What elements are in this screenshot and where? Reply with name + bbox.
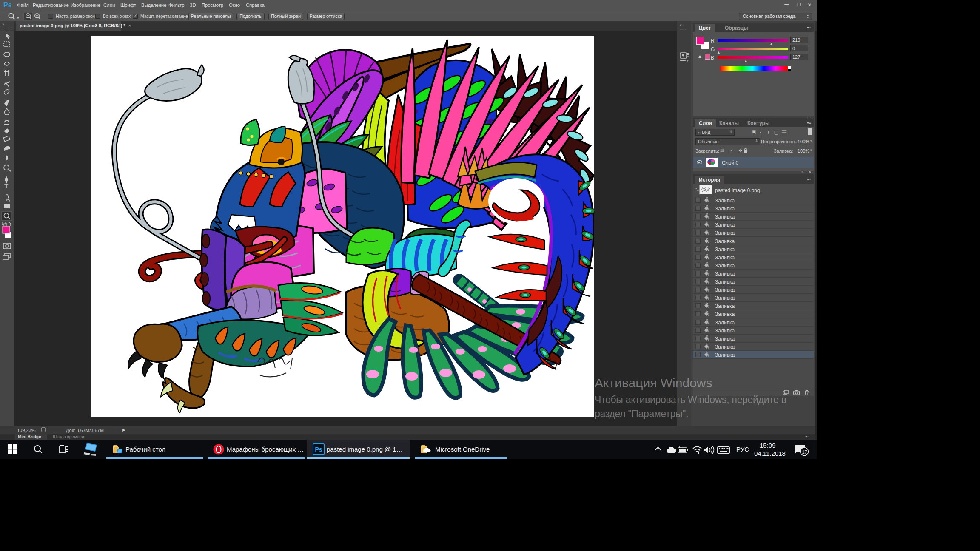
svg-text:T: T: [4, 182, 8, 189]
svg-text:17: 17: [802, 449, 807, 454]
